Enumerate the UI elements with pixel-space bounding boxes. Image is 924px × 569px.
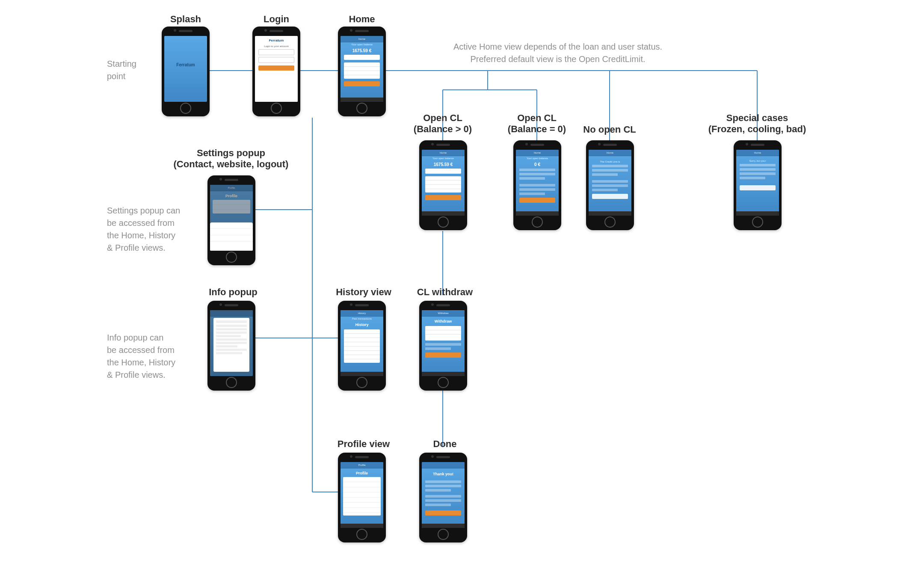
- phone-history: History Past transactions History: [338, 301, 386, 391]
- label-login: Login: [252, 14, 300, 25]
- home-amount: 1675.59 €: [341, 48, 383, 53]
- phone-settings-popup: Profile Profile: [207, 175, 255, 265]
- settings-item-website: [210, 229, 253, 235]
- bottombar: [422, 524, 465, 528]
- flow-diagram: Starting point Active Home view depends …: [0, 0, 924, 569]
- screen-settings-popup: Profile Profile: [210, 185, 253, 251]
- screen-cl-withdraw: Withdraw Withdraw: [422, 310, 465, 376]
- home-button-icon: [604, 216, 616, 228]
- history-heading: History: [341, 323, 383, 327]
- profile-topbar: Profile: [341, 462, 383, 468]
- home-button-icon: [271, 103, 282, 114]
- withdraw-confirm-button: [425, 353, 461, 358]
- home-button-icon: [180, 103, 191, 114]
- withdraw-card: [425, 326, 461, 341]
- home-button-icon: [226, 252, 237, 263]
- phone-splash: Ferratum: [162, 27, 210, 116]
- opencl-input: [425, 169, 461, 174]
- home-button-icon: [356, 103, 367, 114]
- label-open-cl-pos: Open CL (Balance > 0): [404, 113, 481, 135]
- label-info-popup: Info popup: [186, 287, 280, 298]
- screen-done: Thank you!: [422, 462, 465, 528]
- special-button: [740, 185, 776, 190]
- login-button: [258, 65, 294, 71]
- bottombar: [341, 524, 383, 528]
- opencl-button: [425, 195, 461, 200]
- home-detail-card: [344, 62, 380, 79]
- home-button-icon: [438, 529, 449, 540]
- special-topbar: Home: [736, 150, 779, 156]
- settings-item-rate: [210, 235, 253, 242]
- home-button-icon: [356, 377, 367, 388]
- opencl-topbar: Home: [422, 150, 465, 156]
- history-caption: Past transactions: [341, 317, 383, 320]
- phone-no-open-cl: Home The Credit Line is: [586, 140, 634, 230]
- history-table: [344, 329, 380, 363]
- openzero-topbar: Home: [516, 150, 559, 156]
- noopen-topbar: Home: [589, 150, 631, 156]
- opencl-card: [425, 176, 461, 193]
- screen-open-cl-zero: Home Your open balance 0 €: [516, 150, 559, 216]
- phone-cl-withdraw: Withdraw Withdraw: [419, 301, 467, 391]
- opencl-amount: 1675.59 €: [422, 162, 465, 167]
- screen-info-popup: [210, 310, 253, 376]
- clouds-decoration: [255, 90, 298, 102]
- screen-special-cases: Home Sorry, but your: [736, 150, 779, 216]
- info-modal: [213, 318, 249, 372]
- done-button: [425, 510, 461, 516]
- label-splash: Splash: [162, 14, 210, 25]
- phone-done: Thank you!: [419, 453, 467, 542]
- home-bottombar: [341, 98, 383, 102]
- withdraw-heading: Withdraw: [422, 319, 465, 323]
- login-field-1: [258, 49, 294, 55]
- withdraw-topbar: Withdraw: [422, 310, 465, 317]
- splash-brand: Ferratum: [164, 62, 207, 67]
- label-settings-popup: Settings popup (Contact, website, logout…: [156, 148, 306, 170]
- done-topbar: [422, 462, 465, 468]
- home-topbar: Home: [341, 36, 383, 42]
- profile-heading: Profile: [341, 471, 383, 475]
- bottombar: [422, 211, 465, 216]
- screen-open-cl-pos: Home Your open balance 1675.59 €: [422, 150, 465, 216]
- bottombar: [422, 372, 465, 376]
- home-button-icon: [356, 529, 367, 540]
- phone-home: Home Your open balance 1675.59 €: [338, 27, 386, 116]
- openzero-button: [519, 198, 555, 203]
- screen-profile: Profile Profile: [341, 462, 383, 528]
- bottombar: [589, 211, 631, 216]
- bottombar: [341, 372, 383, 376]
- label-home: Home: [338, 14, 386, 25]
- login-brand: Ferratum: [255, 39, 298, 42]
- history-topbar: History: [341, 310, 383, 317]
- home-caption: Your open balance: [341, 43, 383, 46]
- noopen-button: [592, 194, 628, 199]
- home-withdraw-button: [344, 81, 380, 86]
- phone-profile: Profile Profile: [338, 453, 386, 542]
- label-done: Done: [411, 439, 479, 450]
- special-caption: Sorry, but your: [736, 160, 779, 162]
- phone-login: Ferratum Login to your account: [252, 27, 300, 116]
- home-input: [344, 55, 380, 60]
- bottombar: [516, 211, 559, 216]
- phone-special-cases: Home Sorry, but your: [734, 140, 782, 230]
- label-profile: Profile view: [325, 439, 402, 450]
- label-cl-withdraw: CL withdraw: [411, 287, 479, 298]
- openzero-caption: Your open balance: [516, 157, 559, 160]
- phone-info-popup: [207, 301, 255, 391]
- screen-no-open-cl: Home The Credit Line is: [589, 150, 631, 216]
- label-open-cl-zero: Open CL (Balance = 0): [498, 113, 575, 135]
- openzero-amount: 0 €: [516, 162, 559, 167]
- phone-open-cl-pos: Home Your open balance 1675.59 €: [419, 140, 467, 230]
- settings-item-contact: [210, 222, 253, 229]
- screen-splash: Ferratum: [164, 36, 207, 102]
- bottombar: [736, 211, 779, 216]
- note-active-home: Active Home view depends of the loan and…: [453, 41, 662, 65]
- home-button-icon: [752, 216, 763, 228]
- label-special: Special cases (Frozen, cooling, bad): [680, 113, 834, 135]
- label-history: History view: [325, 287, 402, 298]
- note-starting-point: Starting point: [107, 58, 136, 83]
- note-settings-access: Settings popup can be accessed from the …: [107, 204, 180, 254]
- login-title: Login to your account: [255, 45, 298, 47]
- screen-history: History Past transactions History: [341, 310, 383, 376]
- settings-sheet: [210, 222, 253, 251]
